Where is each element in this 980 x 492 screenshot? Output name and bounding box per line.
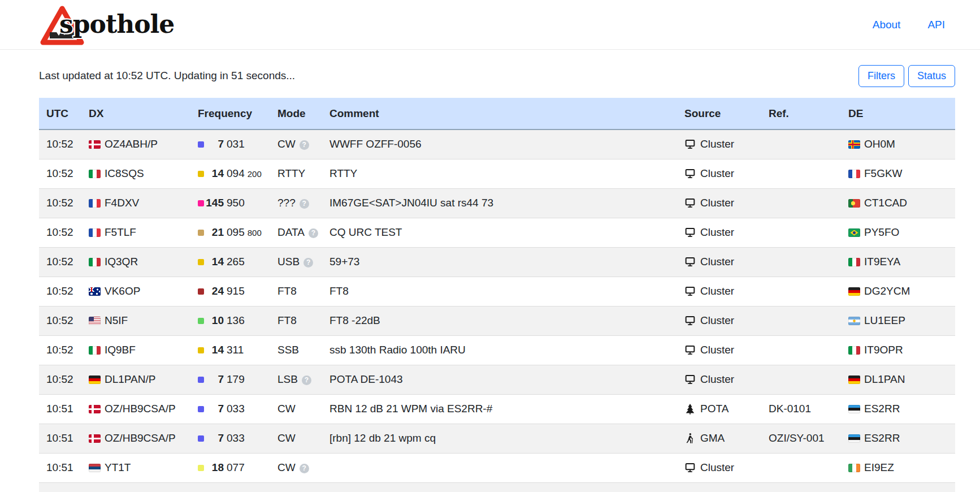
dx-cell: F4DXV: [81, 188, 190, 218]
frequency-khz: 077: [227, 461, 245, 473]
dx-country-flag-icon: [89, 170, 101, 178]
mode-help-icon[interactable]: ?: [300, 199, 309, 209]
mode-cell: FT8?: [270, 277, 322, 306]
monitor-icon: [684, 256, 696, 267]
spot-row: 10:51 OZ/HB9CSA/P 7033 CW? RBN 12 dB 21 …: [39, 394, 955, 424]
dx-callsign: N5IF: [105, 314, 128, 326]
filters-button[interactable]: Filters: [858, 65, 904, 87]
de-callsign: ES2RR: [864, 432, 900, 444]
column-header-mode: Mode: [270, 98, 322, 130]
band-color-square-icon: [198, 230, 204, 236]
mode-cell: DATA?: [270, 218, 322, 247]
dx-country-flag-icon: [89, 464, 101, 472]
dx-cell: VK6OP: [81, 277, 190, 306]
frequency-mhz: 7: [205, 138, 224, 150]
comment-text: FT8: [322, 482, 677, 492]
site-header: spothole About API: [0, 0, 980, 50]
frequency-mhz: 21: [205, 226, 224, 239]
monitor-icon: [684, 462, 696, 473]
mode-cell: CW?: [270, 453, 322, 482]
dx-country-flag-icon: [89, 258, 101, 266]
de-cell: IT9EYA: [841, 247, 955, 277]
band-color-square-icon: [198, 465, 204, 471]
de-cell: CT1CAD: [841, 188, 955, 218]
ref-label: OZI/SY-001: [761, 424, 841, 453]
de-callsign: IT9OPR: [864, 344, 903, 356]
frequency-khz: 915: [227, 285, 245, 297]
status-button[interactable]: Status: [908, 65, 955, 87]
frequency-cell: 24915: [190, 277, 270, 306]
dx-callsign: VK6OP: [105, 285, 140, 297]
frequency-mhz: 7: [205, 403, 224, 415]
de-country-flag-icon: [848, 405, 860, 413]
spots-table: UTC DX Frequency Mode Comment Source Ref…: [39, 98, 955, 492]
source-label: GMA: [700, 432, 725, 444]
de-country-flag-icon: [848, 434, 860, 443]
de-country-flag-icon: [848, 140, 860, 149]
source-cell: Cluster: [677, 453, 761, 482]
band-color-square-icon: [198, 171, 204, 177]
mode-help-icon[interactable]: ?: [300, 464, 309, 473]
source-cell: Cluster: [677, 306, 761, 335]
dx-country-flag-icon: [89, 376, 101, 384]
source-label: POTA: [700, 403, 729, 415]
dx-callsign: OZ4ABH/P: [105, 138, 158, 150]
logo[interactable]: spothole: [39, 3, 220, 47]
mode-help-icon[interactable]: ?: [300, 140, 309, 150]
mode-label: CW: [277, 432, 296, 444]
frequency-mhz: 14: [205, 344, 224, 356]
dx-callsign: F4DXV: [105, 197, 139, 209]
spot-time: 10:52: [39, 188, 81, 218]
nav-link-api[interactable]: API: [927, 19, 945, 31]
nav-link-about[interactable]: About: [873, 19, 901, 31]
frequency-cell: 7033: [190, 424, 270, 453]
column-header-frequency: Frequency: [190, 98, 270, 130]
ref-label: [761, 130, 841, 159]
source-label: Cluster: [700, 138, 734, 150]
source-label: Cluster: [700, 314, 734, 326]
frequency-cell: 7033: [190, 394, 270, 424]
comment-text: ssb 130th Radio 100th IARU: [322, 335, 677, 365]
source-label: Cluster: [700, 197, 734, 209]
column-header-de: DE: [841, 98, 955, 130]
spot-row: 10:52 F5TLF 21095800 DATA? CQ URC TEST C…: [39, 218, 955, 247]
mode-help-icon[interactable]: ?: [302, 376, 311, 385]
dx-country-flag-icon: [89, 228, 101, 237]
mode-help-icon[interactable]: ?: [309, 228, 318, 238]
de-cell: F5GKW: [841, 159, 955, 188]
spot-time: 10:51: [39, 453, 81, 482]
monitor-icon: [684, 344, 696, 356]
ref-label: DK-0101: [761, 394, 841, 424]
dx-cell: DL1PAN/P: [81, 365, 190, 394]
tree-icon: [684, 403, 696, 415]
de-country-flag-icon: [848, 258, 860, 266]
source-label: Cluster: [700, 344, 734, 356]
dx-cell: F5TLF: [81, 218, 190, 247]
band-color-square-icon: [198, 288, 204, 295]
monitor-icon: [684, 139, 696, 150]
mode-cell: CW?: [270, 394, 322, 424]
de-callsign: CT1CAD: [864, 197, 907, 209]
frequency-khz: 031: [227, 138, 245, 150]
de-country-flag-icon: [848, 346, 860, 355]
monitor-icon: [684, 227, 696, 238]
dx-country-flag-icon: [89, 346, 101, 355]
update-status-text: Last updated at 10:52 UTC. Updating in 5…: [39, 70, 295, 82]
spot-time: 10:51: [39, 424, 81, 453]
source-label: Cluster: [700, 256, 734, 267]
mode-help-icon[interactable]: ?: [303, 258, 313, 267]
frequency-mhz: 18: [205, 461, 224, 474]
band-color-square-icon: [198, 377, 204, 383]
frequency-khz: 033: [227, 432, 245, 444]
dx-cell: IQ3QR: [81, 247, 190, 277]
spot-row: 10:52 DL1PAN/P 7179 LSB? POTA DE-1043 Cl…: [39, 365, 955, 394]
frequency-mhz: 14: [205, 256, 224, 268]
frequency-cell: 21095800: [190, 218, 270, 247]
frequency-hz: 800: [248, 228, 262, 238]
de-country-flag-icon: [848, 199, 860, 208]
frequency-mhz: 7: [205, 373, 224, 386]
ref-label: [761, 247, 841, 277]
dx-cell: OZ4ABH/P: [81, 130, 190, 159]
de-cell: JI2KDZ: [841, 482, 955, 492]
de-cell: EI9EZ: [841, 453, 955, 482]
